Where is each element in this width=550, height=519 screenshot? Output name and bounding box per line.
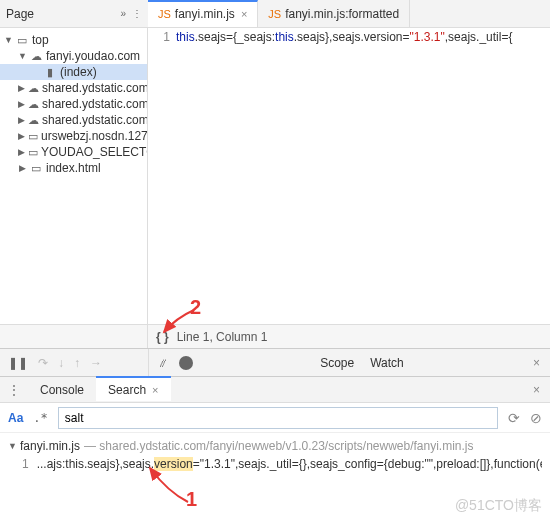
pretty-print-button[interactable]: { } <box>148 330 177 344</box>
refresh-icon[interactable]: ⟳ <box>508 410 520 426</box>
file-tree: ▼▭top▼☁fanyi.youdao.com▮(index)▶☁shared.… <box>0 28 148 324</box>
sidebar-title: Page <box>6 7 114 21</box>
chevron-right-icon[interactable]: » <box>120 8 126 19</box>
match-case-button[interactable]: Aa <box>8 411 23 425</box>
editor-tabs: JSfanyi.min.js×JSfanyi.min.js:formatted <box>148 0 410 27</box>
tree-node[interactable]: ▶▭index.html <box>0 160 147 176</box>
watermark: @51CTO博客 <box>455 497 542 515</box>
drawer-tab-console[interactable]: Console <box>28 377 96 402</box>
tree-node[interactable]: ▼☁fanyi.youdao.com <box>0 48 147 64</box>
pause-exceptions-button[interactable] <box>179 356 193 370</box>
tree-node[interactable]: ▶▭YOUDAO_SELECTOR <box>0 144 147 160</box>
tab-fanyi.min.js:formatted[interactable]: JSfanyi.min.js:formatted <box>258 0 410 27</box>
regex-button[interactable]: .* <box>33 411 47 425</box>
drawer-tab-search[interactable]: Search× <box>96 376 170 401</box>
drawer-more-icon[interactable]: ⋮ <box>0 383 28 397</box>
tree-node[interactable]: ▶☁shared.ydstatic.com <box>0 96 147 112</box>
result-file[interactable]: ▼ fanyi.min.js — shared.ydstatic.com/fan… <box>8 437 542 455</box>
result-match[interactable]: 1 ...ajs:this.seajs},seajs.version="1.3.… <box>8 455 542 473</box>
code-line: this.seajs={_seajs:this.seajs},seajs.ver… <box>176 30 512 324</box>
close-icon[interactable]: × <box>523 356 550 370</box>
close-icon[interactable]: × <box>241 8 247 20</box>
js-file-icon: JS <box>268 8 281 20</box>
pause-button[interactable]: ❚❚ <box>8 356 28 370</box>
tab-watch[interactable]: Watch <box>370 356 404 370</box>
annotation-1: 1 <box>186 488 197 511</box>
tab-fanyi.min.js[interactable]: JSfanyi.min.js× <box>148 0 258 27</box>
tree-node[interactable]: ▶☁shared.ydstatic.com <box>0 80 147 96</box>
js-file-icon: JS <box>158 8 171 20</box>
search-input[interactable] <box>58 407 498 429</box>
clear-icon[interactable]: ⊘ <box>530 410 542 426</box>
line-number: 1 <box>148 30 176 324</box>
tab-scope[interactable]: Scope <box>320 356 354 370</box>
close-icon[interactable]: × <box>152 384 158 396</box>
tree-node[interactable]: ▶☁shared.ydstatic.com <box>0 112 147 128</box>
tree-node[interactable]: ▮(index) <box>0 64 147 80</box>
code-editor[interactable]: 1 this.seajs={_seajs:this.seajs},seajs.v… <box>148 28 550 324</box>
deactivate-breakpoints-button[interactable]: ⫽ <box>157 356 169 370</box>
cursor-position: Line 1, Column 1 <box>177 330 268 344</box>
more-icon[interactable]: ⋮ <box>132 8 142 19</box>
step-over-button[interactable]: ↷ <box>38 356 48 370</box>
drawer-close-icon[interactable]: × <box>523 383 550 397</box>
tree-node[interactable]: ▼▭top <box>0 32 147 48</box>
tree-node[interactable]: ▶▭urswebzj.nosdn.127. <box>0 128 147 144</box>
